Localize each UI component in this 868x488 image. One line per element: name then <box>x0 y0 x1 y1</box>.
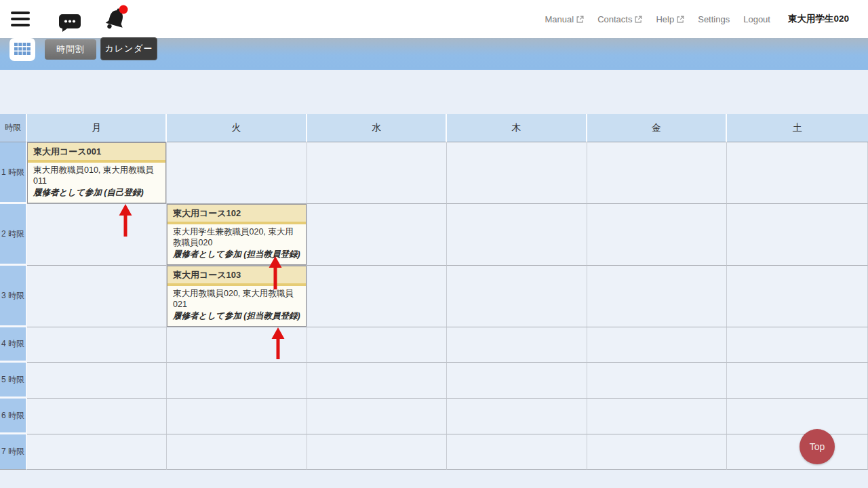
top-bar: Manual Contacts Help Settings <box>0 0 868 38</box>
period-column-header: 時限 <box>0 114 27 142</box>
calendar-cell[interactable] <box>447 204 587 266</box>
calendar-cell[interactable] <box>307 327 447 363</box>
calendar-cell[interactable] <box>447 327 587 363</box>
day-header-tue: 火 <box>167 114 307 142</box>
nav-logout-label: Logout <box>743 14 770 24</box>
period-label-3: 3 時限 <box>0 266 27 327</box>
calendar-cell[interactable] <box>447 363 587 399</box>
calendar-cell[interactable] <box>307 142 447 204</box>
calendar-cell[interactable] <box>27 399 167 434</box>
calendar-cell[interactable] <box>167 399 307 434</box>
calendar-cell[interactable] <box>727 399 868 434</box>
calendar-cell[interactable] <box>727 142 868 204</box>
external-link-icon <box>677 16 684 23</box>
nav-contacts[interactable]: Contacts <box>597 14 642 24</box>
calendar-cell[interactable] <box>167 327 307 363</box>
calendar-cell[interactable] <box>307 266 447 327</box>
event-body: 東大用教職員020, 東大用教職員021 履修者として参加 (担当教員登録) <box>167 286 306 323</box>
calendar-cell[interactable] <box>307 363 447 399</box>
calendar-cell[interactable] <box>27 434 167 470</box>
scroll-to-top-button[interactable]: Top <box>800 429 835 464</box>
nav-manual[interactable]: Manual <box>545 14 585 24</box>
day-header-mon: 月 <box>27 114 167 142</box>
calendar-cell[interactable] <box>167 363 307 399</box>
day-header-fri: 金 <box>587 114 727 142</box>
calendar-cell[interactable]: 東大用コース103 東大用教職員020, 東大用教職員021 履修者として参加 … <box>167 266 307 327</box>
calendar-cell[interactable] <box>447 399 587 434</box>
period-label-1: 1 時限 <box>0 142 27 204</box>
annotation-arrow-up <box>268 256 283 289</box>
event-title[interactable]: 東大用コース001 <box>28 143 165 163</box>
top-nav: Manual Contacts Help Settings <box>545 0 849 38</box>
calendar-cell[interactable] <box>167 142 307 204</box>
chat-icon[interactable] <box>58 14 81 33</box>
event-title[interactable]: 東大用コース103 <box>167 266 306 286</box>
calendar-grid: 時限 月 火 水 木 金 土 1 時限 東大用コース001 東大用教職員010,… <box>0 114 868 470</box>
day-header-wed: 水 <box>307 114 447 142</box>
notifications-icon[interactable] <box>100 3 130 35</box>
event-body: 東大用教職員010, 東大用教職員011 履修者として参加 (自己登録) <box>28 163 165 200</box>
calendar-cell[interactable] <box>587 204 727 266</box>
event-role: 履修者として参加 (自己登録) <box>33 187 160 198</box>
menu-icon[interactable] <box>11 12 30 26</box>
event-members: 東大用学生兼教職員020, 東大用教職員020 <box>173 227 294 247</box>
calendar-cell[interactable] <box>727 327 868 363</box>
event-card-course103[interactable]: 東大用コース103 東大用教職員020, 東大用教職員021 履修者として参加 … <box>167 266 307 327</box>
calendar-cell[interactable] <box>27 204 167 266</box>
external-link-icon <box>635 16 642 23</box>
calendar-cell[interactable] <box>587 434 727 470</box>
tab-calendar[interactable]: カレンダー <box>100 37 157 60</box>
calendar-cell[interactable] <box>587 327 727 363</box>
calendar-cell[interactable] <box>27 266 167 327</box>
nav-settings[interactable]: Settings <box>698 14 730 24</box>
calendar-cell[interactable] <box>587 142 727 204</box>
calendar-cell[interactable] <box>447 434 587 470</box>
calendar-cell[interactable] <box>727 363 868 399</box>
nav-help[interactable]: Help <box>656 14 684 24</box>
calendar-cell[interactable] <box>587 399 727 434</box>
event-role: 履修者として参加 (担当教員登録) <box>173 310 300 321</box>
event-card-course001[interactable]: 東大用コース001 東大用教職員010, 東大用教職員011 履修者として参加 … <box>27 142 166 203</box>
calendar-cell[interactable]: 東大用コース102 東大用学生兼教職員020, 東大用教職員020 履修者として… <box>167 204 307 266</box>
filter-bar: 2023年度 今日 2024年03月28日 <box>0 70 868 114</box>
period-label-4: 4 時限 <box>0 327 27 363</box>
external-link-icon <box>576 16 584 23</box>
current-user[interactable]: 東大用学生020 <box>788 13 849 25</box>
calendar-cell[interactable] <box>447 142 587 204</box>
event-members: 東大用教職員020, 東大用教職員021 <box>173 289 294 309</box>
calendar-cell[interactable] <box>27 363 167 399</box>
event-members: 東大用教職員010, 東大用教職員011 <box>33 165 154 186</box>
annotation-arrow-up <box>118 204 133 237</box>
nav-help-label: Help <box>656 14 674 24</box>
nav-manual-label: Manual <box>545 14 574 24</box>
app-tile[interactable] <box>9 38 35 61</box>
day-header-thu: 木 <box>447 114 587 142</box>
timetable-grid-icon <box>14 43 31 56</box>
period-label-6: 6 時限 <box>0 399 27 434</box>
calendar-cell[interactable] <box>307 204 447 266</box>
annotation-arrow-up <box>271 327 285 359</box>
event-title[interactable]: 東大用コース102 <box>167 205 306 224</box>
day-header-sat: 土 <box>727 114 868 142</box>
event-body: 東大用学生兼教職員020, 東大用教職員020 履修者として参加 (担当教員登録… <box>167 224 306 262</box>
period-label-7: 7 時限 <box>0 434 27 470</box>
event-card-course102[interactable]: 東大用コース102 東大用学生兼教職員020, 東大用教職員020 履修者として… <box>167 204 307 265</box>
nav-settings-label: Settings <box>698 14 730 24</box>
calendar-cell[interactable] <box>307 434 447 470</box>
calendar-cell[interactable] <box>447 266 587 327</box>
period-label-2: 2 時限 <box>0 204 27 266</box>
calendar-cell[interactable] <box>727 434 868 470</box>
period-label-5: 5 時限 <box>0 363 27 399</box>
calendar-cell[interactable] <box>727 266 868 327</box>
calendar-cell[interactable] <box>587 266 727 327</box>
calendar-cell[interactable] <box>727 204 868 266</box>
calendar-cell[interactable] <box>27 327 167 363</box>
calendar-cell[interactable]: 東大用コース001 東大用教職員010, 東大用教職員011 履修者として参加 … <box>27 142 167 204</box>
nav-logout[interactable]: Logout <box>743 14 770 24</box>
calendar-cell[interactable] <box>307 399 447 434</box>
nav-contacts-label: Contacts <box>597 14 632 24</box>
tab-timetable[interactable]: 時間割 <box>45 39 96 60</box>
calendar-cell[interactable] <box>587 363 727 399</box>
calendar-cell[interactable] <box>167 434 307 470</box>
